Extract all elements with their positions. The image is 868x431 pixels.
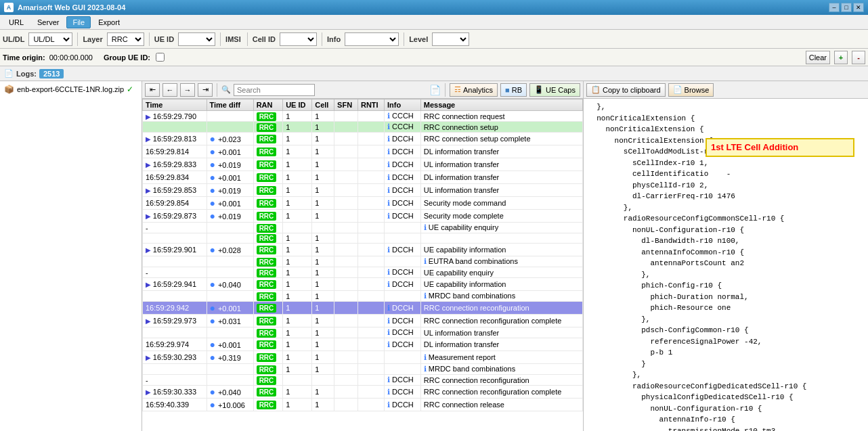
table-row[interactable]: 16:59:40.339● +10.006RRC11ℹ DCCHRRC conn… — [143, 399, 583, 411]
cell-rnti — [357, 386, 384, 399]
level-select[interactable] — [432, 32, 469, 46]
copy-clipboard-btn[interactable]: 📋 Copy to clipboard — [586, 83, 666, 97]
cell-ran: RRC — [253, 158, 283, 171]
col-cell[interactable]: Cell — [312, 99, 334, 111]
nav-prev-btn[interactable]: ← — [162, 83, 177, 97]
imsi-label: IMSI — [225, 35, 241, 43]
table-row[interactable]: ▶ 16:59:30.333● +0.040RRC11ℹ DCCHRRC con… — [143, 386, 583, 399]
file-name: enb-export-6CCLTE-1NR.log.zip — [17, 85, 124, 93]
cell-ran: RRC — [253, 351, 283, 364]
ul-dl-select[interactable]: UL/DLULDL — [28, 32, 72, 46]
menu-url[interactable]: URL — [3, 16, 30, 28]
cell-sfn — [334, 122, 358, 133]
close-btn[interactable]: ✕ — [853, 3, 864, 12]
minimize-btn[interactable]: – — [829, 3, 840, 12]
table-row[interactable]: -RRCℹ DCCHRRC connection reconfiguration — [143, 375, 583, 386]
nav-last-btn[interactable]: ⇥ — [198, 83, 213, 97]
dot-blue-icon: ● — [210, 352, 218, 363]
ue-caps-btn[interactable]: 📱 UE Caps — [529, 83, 580, 97]
table-row[interactable]: 16:59:29.854● +0.001RRC11ℹ DCCHSecurity … — [143, 197, 583, 210]
cell-timediff: ● +0.031 — [207, 315, 253, 327]
info-icon: ℹ — [387, 212, 392, 220]
dot-blue-icon: ● — [210, 302, 218, 313]
add-btn[interactable]: + — [834, 51, 848, 64]
col-message[interactable]: Message — [420, 99, 582, 111]
cell-info — [384, 291, 420, 302]
table-row[interactable]: 16:59:29.974● +0.001RRC11ℹ DCCHDL inform… — [143, 338, 583, 351]
search-input[interactable] — [234, 84, 315, 96]
table-row[interactable]: RRC11 — [143, 233, 583, 244]
rrc-badge: RRC — [257, 186, 277, 195]
rb-btn[interactable]: ■ RB — [500, 83, 527, 97]
nav-first-btn[interactable]: ⇤ — [145, 83, 160, 97]
cell-rnti — [357, 267, 384, 278]
cell-rnti — [357, 399, 384, 411]
cell-rnti — [357, 302, 384, 315]
cell-cell: 1 — [312, 133, 334, 145]
table-row[interactable]: ▶ 16:59:29.790RRC11ℹ CCCHRRC connection … — [143, 111, 583, 122]
cell-sfn — [334, 111, 358, 122]
level-label: Level — [409, 35, 428, 43]
table-row[interactable]: ▶ 16:59:29.973● +0.031RRC11ℹ DCCHRRC con… — [143, 315, 583, 327]
table-row[interactable]: RRC11ℹ DCCHUL information transfer — [143, 327, 583, 338]
table-row[interactable]: 16:59:29.834● +0.001RRC11ℹ DCCHDL inform… — [143, 171, 583, 184]
table-row[interactable]: ▶ 16:59:29.873● +0.019RRC11ℹ DCCHSecurit… — [143, 210, 583, 223]
right-content[interactable]: 1st LTE Cell Addition }, nonCriticalExte… — [584, 99, 868, 431]
clear-btn[interactable]: Clear — [806, 51, 830, 64]
col-time[interactable]: Time — [143, 99, 207, 111]
rrc-badge: RRC — [257, 269, 277, 277]
col-timediff[interactable]: Time diff — [207, 99, 253, 111]
table-row[interactable]: RRC11ℹ MRDC band combinations — [143, 364, 583, 375]
col-rnti[interactable]: RNTI — [357, 99, 384, 111]
cell-time: 16:59:29.834 — [143, 171, 207, 184]
cell-rnti — [357, 351, 384, 364]
log-table-wrapper[interactable]: Time Time diff RAN UE ID Cell SFN RNTI I… — [142, 99, 583, 431]
table-row[interactable]: RRC11ℹ CCCHRRC connection setup — [143, 122, 583, 133]
col-ran[interactable]: RAN — [253, 99, 283, 111]
cell-sfn — [334, 386, 358, 399]
arrow-right-icon: ▶ — [146, 212, 153, 220]
cell-sfn — [334, 210, 358, 223]
table-row[interactable]: ▶ 16:59:29.833● +0.019RRC11ℹ DCCHUL info… — [143, 158, 583, 171]
group-ue-id-checkbox[interactable] — [156, 53, 165, 62]
info-select[interactable] — [345, 32, 399, 46]
logs-title: Logs: — [16, 70, 37, 78]
window-controls[interactable]: – □ ✕ — [829, 3, 864, 12]
minus-btn[interactable]: - — [852, 51, 865, 64]
analytics-btn[interactable]: ☶ Analytics — [450, 83, 498, 97]
table-row[interactable]: 16:59:29.814● +0.001RRC11ℹ DCCHDL inform… — [143, 145, 583, 158]
menu-export[interactable]: Export — [92, 16, 126, 28]
file-item[interactable]: 📦 enb-export-6CCLTE-1NR.log.zip ✓ — [3, 84, 139, 95]
col-info[interactable]: Info — [384, 99, 420, 111]
info-icon: ℹ — [387, 328, 392, 336]
maximize-btn[interactable]: □ — [841, 3, 852, 12]
table-row[interactable]: -RRC11ℹ DCCHUE capability enquiry — [143, 267, 583, 278]
rrc-badge: RRC — [257, 292, 277, 301]
time-origin-value: 00:00:00.000 — [49, 53, 93, 62]
arrow-right-icon: ▶ — [146, 135, 153, 143]
cell-timediff — [207, 267, 253, 278]
table-row[interactable]: ▶ 16:59:29.901● +0.028RRC11ℹ DCCHUE capa… — [143, 244, 583, 256]
cell-time — [143, 233, 207, 244]
title-bar-left: A Amarisoft Web GUI 2023-08-04 — [4, 3, 125, 12]
col-sfn[interactable]: SFN — [334, 99, 358, 111]
ue-id-select[interactable]: 12 — [178, 32, 215, 46]
table-row[interactable]: ▶ 16:59:29.941● +0.040RRC11ℹ DCCHUE capa… — [143, 278, 583, 291]
table-row[interactable]: ▶ 16:59:30.293● +0.319RRC11ℹ Measurement… — [143, 351, 583, 364]
table-row[interactable]: RRC11ℹ EUTRA band combinations — [143, 256, 583, 267]
cell-rnti — [357, 233, 384, 244]
table-row[interactable]: ▶ 16:59:29.853● +0.019RRC11ℹ DCCHUL info… — [143, 184, 583, 197]
browse-btn[interactable]: 📄 Browse — [668, 83, 714, 97]
table-row[interactable]: 16:59:29.942● +0.001RRC11ℹ DCCHRRC conne… — [143, 302, 583, 315]
col-ueid[interactable]: UE ID — [283, 99, 312, 111]
rrc-badge: RRC — [257, 135, 277, 143]
table-row[interactable]: RRC11ℹ MRDC band combinations — [143, 291, 583, 302]
table-row[interactable]: ▶ 16:59:29.813● +0.023RRC11ℹ DCCHRRC con… — [143, 133, 583, 145]
cell-message: ℹ UE capability enquiry — [420, 223, 582, 233]
menu-file[interactable]: File — [66, 16, 91, 28]
menu-server[interactable]: Server — [31, 16, 65, 28]
cell-id-select[interactable] — [280, 32, 317, 46]
table-row[interactable]: -RRCℹ UE capability enquiry — [143, 223, 583, 233]
layer-select[interactable]: RRCMACPHY — [107, 32, 144, 46]
nav-next-btn[interactable]: → — [180, 83, 195, 97]
